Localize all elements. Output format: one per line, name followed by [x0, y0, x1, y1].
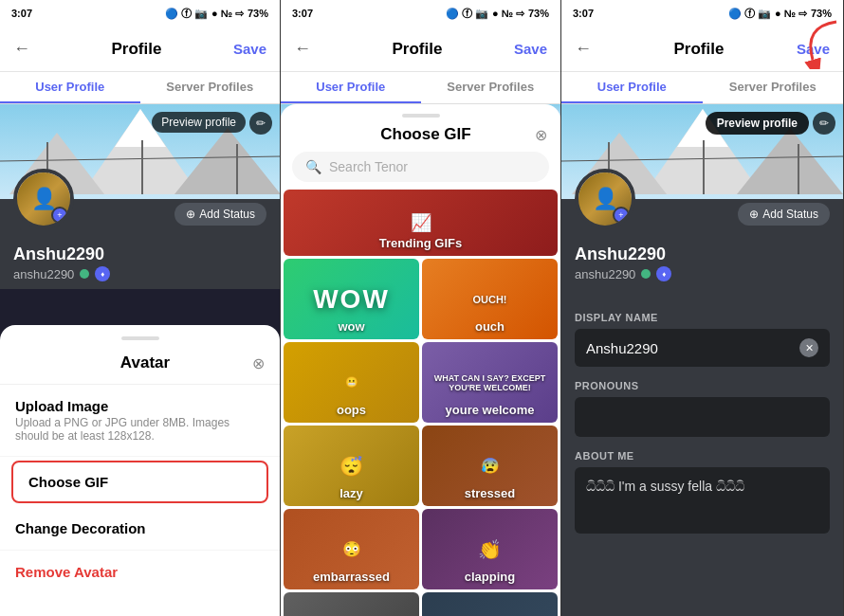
arrow-svg	[794, 17, 841, 69]
back-button-2[interactable]: ←	[294, 39, 311, 59]
gif-stressed[interactable]: 😰 stressed	[422, 426, 558, 506]
app-header-2: ← Profile Save	[281, 27, 560, 72]
gif-header: Choose GIF ⊗	[281, 125, 560, 152]
gif-clapping[interactable]: 👏 clapping	[422, 509, 558, 589]
choose-gif-label: Choose GIF	[28, 474, 251, 490]
modal-title-1: Avatar	[38, 353, 252, 372]
status-icons-1: 🔵 ⓕ 📷 ● № ⇨ 73%	[165, 7, 268, 21]
panel-1: 3:07 🔵 ⓕ 📷 ● № ⇨ 73% ← Profile Save User…	[0, 0, 281, 616]
tab-server-profiles-3[interactable]: Server Profiles	[703, 72, 844, 103]
status-bar-1: 3:07 🔵 ⓕ 📷 ● № ⇨ 73%	[0, 0, 280, 27]
status-bar-2: 3:07 🔵 ⓕ 📷 ● № ⇨ 73%	[281, 0, 560, 27]
wow-label: wow	[338, 319, 364, 334]
handle-1: anshu2290 ♦	[13, 266, 266, 281]
save-button-1[interactable]: Save	[233, 41, 266, 57]
gif-wow[interactable]: WOW wow	[284, 259, 419, 339]
tab-user-profile-2[interactable]: User Profile	[281, 72, 421, 103]
time-1: 3:07	[11, 8, 32, 19]
time-2: 3:07	[292, 8, 313, 19]
modal-close-icon-1[interactable]: ⊗	[252, 354, 265, 372]
change-decoration-label: Change Decoration	[15, 520, 265, 536]
tab-user-profile-1[interactable]: User Profile	[0, 72, 140, 103]
panel-3: 3:07 🔵 ⓕ 📷 ● № ⇨ 73% ← Profile Save User…	[561, 0, 844, 616]
back-button-1[interactable]: ←	[13, 39, 30, 59]
profile-card-body: Display Name Anshu2290 ✕ Pronouns About …	[561, 289, 843, 547]
time-3: 3:07	[573, 8, 594, 19]
header-title-2: Profile	[321, 40, 514, 59]
gif-handle	[402, 114, 440, 118]
remove-avatar-item[interactable]: Remove Avatar	[0, 551, 280, 593]
gif-title: Choose GIF	[317, 125, 535, 144]
tab-user-profile-3[interactable]: User Profile	[561, 72, 703, 103]
search-icon-gif: 🔍	[305, 159, 321, 174]
display-name-value: Anshu2290	[586, 340, 658, 356]
tab-server-profiles-1[interactable]: Server Profiles	[140, 72, 281, 103]
back-button-3[interactable]: ←	[575, 39, 592, 59]
tab-bar-1: User Profile Server Profiles	[0, 72, 280, 104]
tab-bar-2: User Profile Server Profiles	[281, 72, 560, 104]
profile-info-1: Anshu2290 anshu2290 ♦	[0, 237, 280, 289]
clapping-label: clapping	[465, 570, 515, 584]
preview-badge-1[interactable]: Preview profile	[152, 112, 246, 133]
preview-badge-3[interactable]: Preview profile	[706, 112, 809, 135]
gif-embarrassed[interactable]: 😳 embarrassed	[284, 509, 419, 589]
display-name-field[interactable]: Anshu2290 ✕	[575, 329, 830, 367]
battery-1: 73%	[248, 8, 268, 19]
avatar-edit-dot-3: +	[613, 207, 630, 224]
gif-close-icon[interactable]: ⊗	[535, 126, 547, 144]
upload-image-item[interactable]: Upload Image Upload a PNG or JPG under 8…	[0, 385, 280, 457]
hypesquad-badge-3: ♦	[656, 266, 671, 281]
banner-edit-btn-3[interactable]: ✏	[813, 112, 835, 135]
clear-display-name-btn[interactable]: ✕	[799, 338, 818, 357]
panel-2: 3:07 🔵 ⓕ 📷 ● № ⇨ 73% ← Profile Save User…	[281, 0, 561, 616]
gif-ouch[interactable]: OUCH! ouch	[422, 259, 558, 339]
gif-oops[interactable]: 😬 oops	[284, 342, 419, 423]
about-me-field[interactable]: ධිධිධි I'm a sussy fella ධිධිධි	[575, 467, 830, 534]
avatar-1[interactable]: 👤 +	[13, 169, 74, 229]
avatar-3[interactable]: 👤 +	[575, 169, 635, 229]
save-button-2[interactable]: Save	[514, 41, 547, 57]
about-me-label: About Me	[575, 450, 830, 462]
gif-modal: Choose GIF ⊗ 🔍 Search Tenor 📈 Trending G…	[281, 104, 560, 616]
gif-trending[interactable]: 📈 Trending GIFs	[284, 190, 558, 256]
remove-avatar-label: Remove Avatar	[15, 564, 265, 580]
choose-gif-item[interactable]: Choose GIF	[11, 461, 268, 503]
username-1: Anshu2290	[13, 245, 266, 264]
gif-search-bar[interactable]: 🔍 Search Tenor	[292, 152, 549, 182]
display-name-label: Display Name	[575, 312, 830, 323]
tab-bar-3: User Profile Server Profiles	[561, 72, 843, 104]
add-status-btn-1[interactable]: ⊕ Add Status	[174, 203, 266, 226]
username-3: Anshu2290	[575, 245, 830, 264]
modal-handle-1	[121, 336, 159, 340]
trending-label: Trending GIFs	[379, 236, 462, 250]
gif-grid: 📈 Trending GIFs WOW wow OUCH! ouch 😬 oop…	[281, 190, 560, 616]
modal-header-1: Avatar ⊗	[0, 353, 280, 385]
tab-server-profiles-2[interactable]: Server Profiles	[421, 72, 561, 103]
add-status-btn-3[interactable]: ⊕ Add Status	[738, 203, 830, 226]
stressed-label: stressed	[465, 486, 515, 500]
welcome-label: youre welcome	[446, 403, 535, 417]
gif-lazy[interactable]: 😴 lazy	[284, 426, 419, 506]
gif-welcome[interactable]: WHAT CAN I SAY? EXCEPT YOU'RE WELCOME! y…	[422, 342, 558, 423]
online-dot-3	[641, 269, 651, 279]
online-dot-1	[80, 269, 89, 279]
arrow-annotation	[794, 17, 841, 73]
app-header-3: ← Profile Save	[561, 27, 843, 72]
app-header-1: ← Profile Save	[0, 27, 280, 72]
preview-label-1: Preview profile	[161, 116, 236, 129]
gif-jk[interactable]: 😏 jk	[422, 592, 558, 616]
hypesquad-badge-1: ♦	[95, 266, 110, 281]
gif-awesome[interactable]: 💪 awesome	[284, 592, 419, 616]
avatar-edit-dot-1: +	[51, 207, 68, 224]
change-decoration-item[interactable]: Change Decoration	[0, 507, 280, 551]
pronouns-field[interactable]	[575, 397, 830, 437]
pronouns-label: Pronouns	[575, 380, 830, 391]
avatar-area-1: 👤 + ⊕ Add Status	[0, 199, 280, 237]
banner-edit-btn-1[interactable]: ✏	[249, 112, 272, 135]
avatar-area-3: 👤 + ⊕ Add Status	[561, 199, 843, 237]
status-icons-2: 🔵 ⓕ 📷 ● № ⇨ 73%	[446, 7, 549, 21]
header-title-3: Profile	[601, 40, 797, 59]
header-title-1: Profile	[40, 40, 233, 59]
profile-info-3: Anshu2290 anshu2290 ♦	[561, 237, 843, 289]
handle-3: anshu2290 ♦	[575, 266, 830, 281]
